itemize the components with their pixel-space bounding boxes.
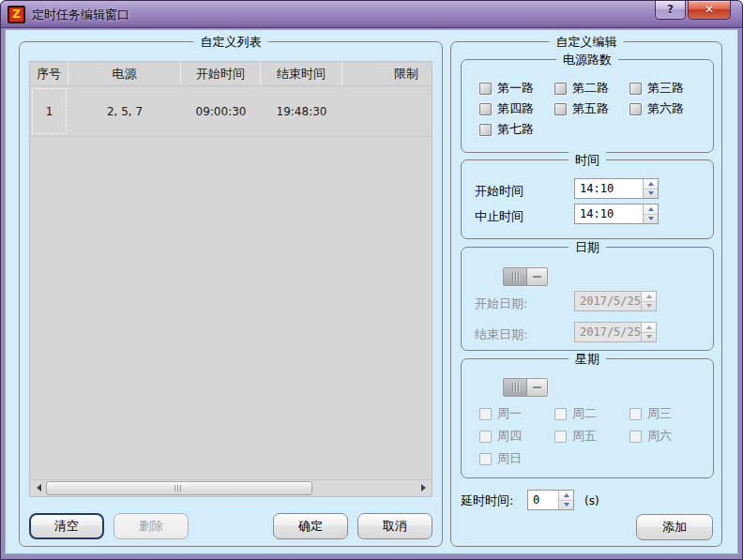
help-button[interactable]: ? — [655, 1, 686, 20]
delete-button[interactable]: 删除 — [114, 513, 189, 539]
checkbox-icon — [479, 103, 492, 115]
checkbox-wednesday[interactable]: 周三 — [629, 406, 672, 421]
dash-icon — [533, 386, 541, 388]
dialog-body: 自定义列表 序号 电源 开始时间 结束时间 限制 1 2, 5, 7 09:00… — [5, 29, 738, 554]
end-date-value: 2017/5/25 — [575, 323, 641, 341]
up-arrow-icon — [646, 325, 652, 329]
titlebar[interactable]: Z 定时任务编辑窗口 ? ✕ — [1, 1, 742, 28]
custom-list-group: 自定义列表 序号 电源 开始时间 结束时间 限制 1 2, 5, 7 09:00… — [19, 41, 443, 547]
table-row[interactable]: 1 2, 5, 7 09:00:30 19:48:30 — [30, 86, 432, 137]
checkbox-channel-1[interactable]: 第一路 — [479, 81, 534, 96]
ok-button[interactable]: 确定 — [273, 513, 348, 539]
checkbox-icon — [629, 431, 642, 443]
checkbox-channel-4[interactable]: 第四路 — [479, 101, 534, 116]
date-group-title: 日期 — [569, 239, 606, 255]
cancel-button[interactable]: 取消 — [357, 513, 432, 539]
checkbox-channel-2[interactable]: 第二路 — [554, 81, 609, 96]
column-header-start[interactable]: 开始时间 — [181, 62, 261, 85]
column-header-limit[interactable]: 限制 — [342, 62, 432, 85]
checkbox-saturday[interactable]: 周六 — [629, 429, 672, 444]
add-button[interactable]: 添加 — [636, 514, 713, 540]
help-icon: ? — [667, 3, 674, 16]
stop-time-label: 中止时间 — [475, 206, 523, 227]
spin-up-button[interactable] — [644, 179, 658, 189]
spinner-buttons[interactable] — [643, 204, 658, 223]
clear-button[interactable]: 清空 — [29, 513, 104, 539]
delay-time-spinbox[interactable]: 0 — [527, 490, 574, 510]
custom-edit-group: 自定义编辑 电源路数 第一路 第二路 第三路 第四路 第五路 第六路 第七路 时… — [450, 41, 722, 547]
spin-up-button[interactable] — [642, 323, 656, 333]
spin-down-button[interactable] — [644, 189, 658, 199]
checkbox-thursday[interactable]: 周四 — [479, 429, 522, 444]
spin-up-button[interactable] — [559, 491, 573, 501]
column-header-end[interactable]: 结束时间 — [261, 62, 342, 85]
spinner-buttons[interactable] — [558, 491, 573, 509]
start-time-spinbox[interactable]: 14:10 — [574, 178, 659, 199]
down-arrow-icon — [646, 335, 652, 339]
checkbox-friday[interactable]: 周五 — [554, 429, 597, 444]
checkbox-sunday[interactable]: 周日 — [479, 451, 522, 466]
down-arrow-icon — [564, 503, 569, 507]
scrollbar-track[interactable] — [46, 481, 416, 495]
app-icon-letter: Z — [12, 8, 21, 21]
spin-down-button[interactable] — [644, 215, 658, 224]
scroll-left-arrow[interactable] — [31, 480, 46, 496]
scroll-right-arrow[interactable] — [416, 480, 431, 496]
stop-time-value: 14:10 — [575, 204, 643, 223]
end-date-label: 结束日期: — [475, 325, 527, 345]
checkbox-icon — [479, 83, 492, 95]
cell-power[interactable]: 2, 5, 7 — [68, 86, 181, 136]
cell-seq[interactable]: 1 — [30, 86, 68, 136]
close-icon: ✕ — [705, 3, 714, 16]
checkbox-channel-7[interactable]: 第七路 — [479, 122, 534, 137]
titlebar-buttons: ? ✕ — [653, 1, 731, 20]
checkbox-monday[interactable]: 周一 — [479, 406, 522, 421]
cell-start[interactable]: 09:00:30 — [181, 86, 261, 136]
spin-up-button[interactable] — [644, 204, 658, 215]
end-date-spinbox[interactable]: 2017/5/25 — [574, 322, 657, 342]
weekday-group: 星期 周一 周二 周三 周四 周五 周六 周日 — [461, 358, 714, 478]
weekday-toggle-switch[interactable] — [503, 378, 548, 397]
checkbox-icon — [479, 431, 492, 443]
checkbox-channel-5[interactable]: 第五路 — [554, 101, 609, 116]
spin-down-button[interactable] — [642, 333, 656, 342]
checkbox-channel-6[interactable]: 第六路 — [629, 101, 684, 116]
right-triangle-icon — [421, 484, 426, 492]
start-date-spinbox[interactable]: 2017/5/25 — [574, 291, 657, 311]
toggle-knob[interactable] — [526, 268, 547, 285]
horizontal-scrollbar[interactable] — [31, 479, 431, 495]
toggle-knob[interactable] — [526, 379, 547, 396]
start-time-value: 14:10 — [575, 179, 643, 198]
cell-limit[interactable] — [342, 86, 432, 136]
power-channels-group: 电源路数 第一路 第二路 第三路 第四路 第五路 第六路 第七路 — [461, 59, 714, 153]
spinner-buttons[interactable] — [641, 323, 656, 341]
spin-up-button[interactable] — [642, 292, 656, 302]
delay-unit-label: (s) — [584, 491, 599, 511]
time-group-title: 时间 — [569, 152, 606, 168]
up-arrow-icon — [564, 493, 569, 497]
column-header-seq[interactable]: 序号 — [30, 62, 68, 85]
checkbox-tuesday[interactable]: 周二 — [554, 406, 597, 421]
close-button[interactable]: ✕ — [688, 1, 731, 20]
down-arrow-icon — [648, 191, 654, 195]
spin-down-button[interactable] — [559, 501, 573, 510]
date-toggle-switch[interactable] — [503, 267, 548, 286]
window-title: 定时任务编辑窗口 — [32, 1, 129, 28]
task-table[interactable]: 序号 电源 开始时间 结束时间 限制 1 2, 5, 7 09:00:30 19… — [29, 61, 432, 497]
delay-time-value: 0 — [528, 491, 558, 509]
cell-end[interactable]: 19:48:30 — [261, 86, 342, 136]
spinner-buttons[interactable] — [643, 179, 658, 198]
checkbox-icon — [554, 103, 567, 115]
checkbox-icon — [629, 103, 642, 115]
power-channels-title: 电源路数 — [556, 52, 618, 68]
checkbox-channel-3[interactable]: 第三路 — [629, 81, 684, 96]
date-group: 日期 开始日期: 2017/5/25 结束日期: 2017/5/25 — [461, 247, 714, 351]
spinner-buttons[interactable] — [641, 292, 656, 310]
column-header-power[interactable]: 电源 — [68, 62, 181, 85]
toggle-groove-icon — [504, 268, 526, 285]
stop-time-spinbox[interactable]: 14:10 — [574, 204, 659, 224]
checkbox-icon — [479, 408, 492, 420]
spin-down-button[interactable] — [642, 302, 656, 311]
scrollbar-thumb[interactable] — [46, 481, 312, 495]
dialog-window: Z 定时任务编辑窗口 ? ✕ 自定义列表 序号 电源 开始时间 结束时间 限制 … — [0, 0, 743, 560]
